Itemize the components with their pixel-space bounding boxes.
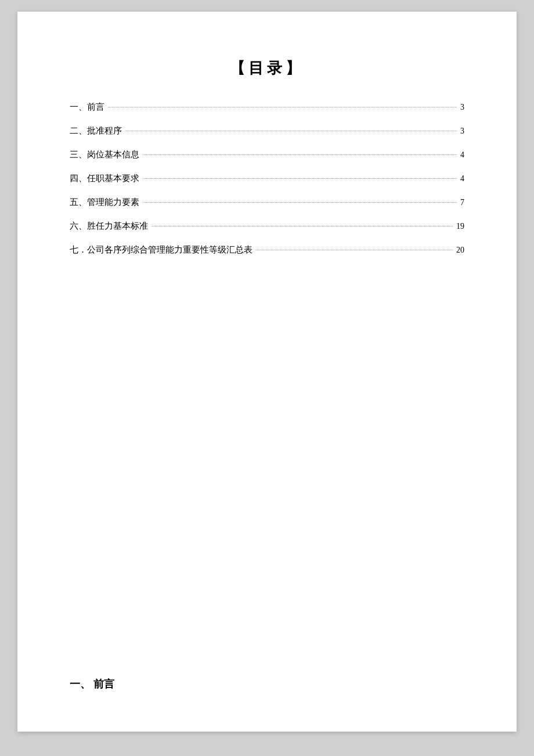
toc-item-dots xyxy=(125,131,457,131)
toc-item-page: 19 xyxy=(456,222,464,231)
toc-item-label: 五、管理能力要素 xyxy=(70,197,139,208)
toc-item-label: 六、胜任力基本标准 xyxy=(70,221,148,232)
toc-item-label: 二、批准程序 xyxy=(70,125,122,136)
toc-item: 三、岗位基本信息4 xyxy=(70,149,464,160)
toc-item-dots xyxy=(256,250,453,250)
toc-item-page: 4 xyxy=(460,150,464,160)
toc-item-page: 4 xyxy=(460,174,464,183)
document-page: 【目录】 一、前言3二、批准程序3三、岗位基本信息4四、任职基本要求4五、管理能… xyxy=(17,12,517,732)
toc-item-page: 3 xyxy=(460,103,464,112)
toc-item-dots xyxy=(143,154,457,155)
toc-container: 一、前言3二、批准程序3三、岗位基本信息4四、任职基本要求4五、管理能力要素7六… xyxy=(70,102,464,255)
toc-item-page: 3 xyxy=(460,127,464,136)
toc-item-dots xyxy=(143,178,457,179)
section-one-heading: 一、 前言 xyxy=(70,677,114,691)
page-title: 【目录】 xyxy=(70,58,464,78)
toc-item: 五、管理能力要素7 xyxy=(70,197,464,208)
toc-item: 一、前言3 xyxy=(70,102,464,113)
toc-item-label: 四、任职基本要求 xyxy=(70,173,139,184)
toc-item: 七．公司各序列综合管理能力重要性等级汇总表20 xyxy=(70,244,464,255)
toc-item: 四、任职基本要求4 xyxy=(70,173,464,184)
toc-item: 二、批准程序3 xyxy=(70,125,464,136)
toc-item-label: 七．公司各序列综合管理能力重要性等级汇总表 xyxy=(70,244,252,255)
toc-item-page: 7 xyxy=(460,198,464,207)
toc-item: 六、胜任力基本标准19 xyxy=(70,221,464,232)
toc-item-page: 20 xyxy=(456,246,464,255)
toc-item-dots xyxy=(108,107,457,107)
toc-item-label: 三、岗位基本信息 xyxy=(70,149,139,160)
toc-item-dots xyxy=(143,202,457,203)
toc-item-label: 一、前言 xyxy=(70,102,104,113)
toc-item-dots xyxy=(151,226,453,226)
